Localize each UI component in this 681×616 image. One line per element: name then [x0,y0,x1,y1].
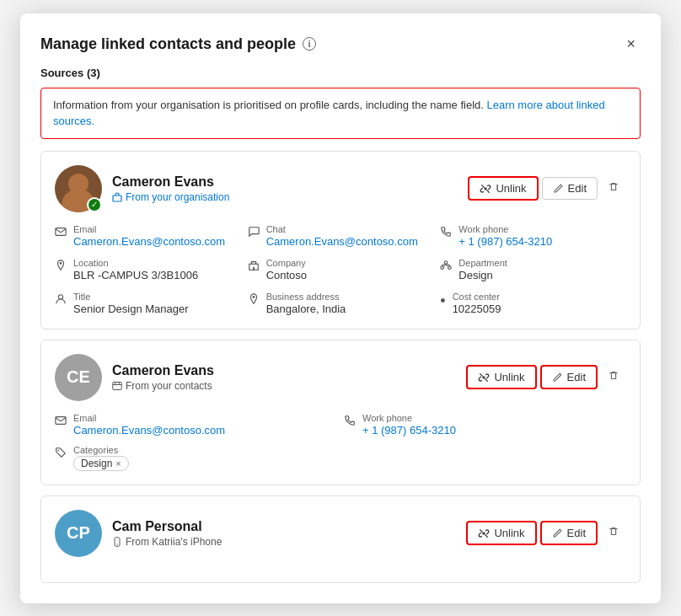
company-icon [248,260,260,271]
contact-info-org: Cameron Evans From your organisation [112,174,229,203]
chat-link-org[interactable]: Cameron.Evans@contoso.com [266,235,418,248]
unlink-button-personal[interactable]: Unlink [466,521,536,545]
svg-point-7 [441,265,444,269]
action-buttons-org: Unlink Edit [468,176,626,201]
contact-source-org: From your organisation [112,191,229,203]
edit-label-org: Edit [568,182,587,195]
svg-point-8 [448,265,452,269]
phone-link-org[interactable]: + 1 (987) 654-3210 [458,235,552,248]
unlink-label-personal: Unlink [494,527,524,539]
tag-text: Design [81,458,112,469]
contact-header-personal: CP Cam Personal From Katriia's iPhone Un… [55,510,626,557]
svg-rect-18 [115,537,120,546]
contacts-source-icon [112,381,122,391]
location-icon [55,260,67,271]
avatar-personal: CP [55,510,102,557]
edit-icon-org [553,183,564,194]
svg-point-3 [60,262,62,265]
personal-source-text: From Katriia's iPhone [126,536,222,548]
phone-icon-contacts [344,415,356,426]
edit-button-personal[interactable]: Edit [540,521,598,545]
action-buttons-contacts: Unlink Edit [466,365,626,389]
verified-check-icon: ✓ [87,197,102,212]
unlink-button-org[interactable]: Unlink [468,176,538,201]
contact-card-org: ✓ Cameron Evans From your organisation U… [40,151,641,329]
detail-email-org: Email Cameron.Evans@contoso.com [55,224,241,248]
cost-center-dot-icon: • [440,293,445,308]
tag-close-button[interactable]: × [115,458,121,469]
contact-left-personal: CP Cam Personal From Katriia's iPhone [55,510,222,557]
avatar-org: ✓ [55,165,102,212]
svg-point-10 [252,296,255,298]
detail-address-org: Business address Bangalore, India [248,292,434,315]
manage-contacts-modal: Manage linked contacts and people i × So… [20,13,661,603]
edit-icon-personal [552,528,563,538]
delete-button-contacts[interactable] [601,366,626,389]
detail-categories: Categories Design × [55,445,626,471]
detail-chat-org: Chat Cameron.Evans@contoso.com [248,224,434,248]
department-icon [440,260,452,271]
categories-row: Categories Design × [55,445,626,471]
details-grid-contacts: Email Cameron.Evans@contoso.com Work pho… [55,413,626,437]
unlink-icon-personal [478,528,490,539]
contact-header-contacts: CE Cameron Evans From your contacts Unli… [55,354,626,401]
info-banner: Information from your organisation is pr… [40,88,641,139]
details-grid-org: Email Cameron.Evans@contoso.com Chat Cam… [55,224,626,315]
detail-company-org: Company Contoso [248,258,434,281]
address-icon [248,293,260,305]
detail-phone-contacts: Work phone + 1 (987) 654-3210 [344,413,626,437]
email-link-contacts[interactable]: Cameron.Evans@contoso.com [73,424,225,437]
delete-button-org[interactable] [601,177,626,201]
tag-icon [55,447,67,458]
svg-rect-11 [113,382,122,389]
delete-icon-org [608,181,619,193]
category-tag: Design × [73,456,129,471]
detail-department-org: Department Design [440,258,626,281]
delete-button-personal[interactable] [601,522,626,545]
detail-email-contacts: Email Cameron.Evans@contoso.com [55,413,337,437]
edit-button-contacts[interactable]: Edit [540,365,598,389]
scroll-area: ✓ Cameron Evans From your organisation U… [40,151,641,603]
delete-icon-contacts [608,370,619,382]
detail-location-org: Location BLR -CAMPUS 3/3B1006 [55,258,241,281]
edit-label-contacts: Edit [567,371,586,383]
svg-rect-5 [253,266,255,270]
phone-icon [440,226,452,238]
close-button[interactable]: × [621,34,641,55]
email-icon [55,226,67,238]
svg-rect-2 [56,228,66,235]
org-source-icon [112,192,122,202]
contact-card-personal: CP Cam Personal From Katriia's iPhone Un… [40,495,641,583]
contacts-source-text: From your contacts [126,380,212,392]
info-icon[interactable]: i [303,37,316,51]
avatar-contacts: CE [55,354,102,401]
modal-title: Manage linked contacts and people i [40,35,316,53]
detail-phone-org: Work phone + 1 (987) 654-3210 [440,224,626,248]
svg-rect-0 [113,196,121,201]
detail-title-org: Title Senior Design Manager [55,292,241,315]
contact-source-personal: From Katriia's iPhone [112,536,222,548]
email-link-org[interactable]: Cameron.Evans@contoso.com [73,235,225,248]
action-buttons-personal: Unlink Edit [466,521,626,545]
sources-label: Sources (3) [40,67,641,79]
contact-left-contacts: CE Cameron Evans From your contacts [55,354,214,401]
email-icon-contacts [55,415,67,426]
title-icon [55,293,67,305]
info-banner-text: Information from your organisation is pr… [53,99,486,111]
org-source-text: From your organisation [126,191,229,203]
edit-icon-contacts [552,372,563,383]
contact-name-org: Cameron Evans [112,174,229,190]
unlink-button-contacts[interactable]: Unlink [466,365,536,389]
edit-button-org[interactable]: Edit [542,177,598,200]
contact-header-org: ✓ Cameron Evans From your organisation U… [55,165,626,212]
edit-label-personal: Edit [567,527,586,539]
chat-icon [248,226,260,238]
contact-name-personal: Cam Personal [112,519,222,534]
contact-source-contacts: From your contacts [112,380,214,392]
svg-rect-16 [56,416,66,424]
unlink-label-org: Unlink [496,182,526,195]
contact-info-contacts: Cameron Evans From your contacts [112,363,214,392]
modal-title-text: Manage linked contacts and people [40,35,296,53]
phone-link-contacts[interactable]: + 1 (987) 654-3210 [362,424,456,437]
unlink-icon-contacts [478,372,490,383]
